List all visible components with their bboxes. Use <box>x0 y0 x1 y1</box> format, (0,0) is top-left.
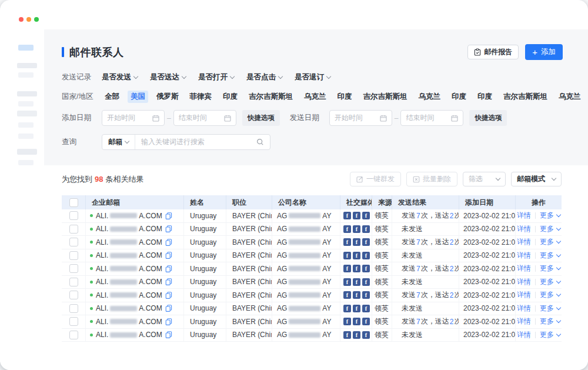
row-checkbox[interactable] <box>69 264 78 273</box>
sidebar-item[interactable] <box>17 149 37 155</box>
row-checkbox[interactable] <box>69 317 78 326</box>
bulk-send-button[interactable]: 一键群发 <box>350 172 401 186</box>
row-checkbox[interactable] <box>69 251 78 260</box>
facebook-icon[interactable]: f <box>362 252 370 259</box>
detail-link[interactable]: 详情 <box>517 251 531 261</box>
add-date-start-input[interactable]: 开始时间 <box>102 110 165 126</box>
facebook-icon[interactable]: f <box>362 305 370 312</box>
row-checkbox[interactable] <box>69 304 78 313</box>
close-window-icon[interactable] <box>19 17 24 22</box>
bulk-delete-button[interactable]: 批量删除 <box>406 172 457 186</box>
detail-link[interactable]: 详情 <box>517 290 531 300</box>
detail-link[interactable]: 详情 <box>517 316 531 326</box>
copy-icon[interactable] <box>165 252 172 259</box>
detail-link[interactable]: 详情 <box>517 211 531 221</box>
sidebar-item[interactable] <box>18 101 34 106</box>
country-option[interactable]: 吉尔吉斯斯坦 <box>360 91 410 103</box>
country-option[interactable]: 乌克兰 <box>301 91 329 103</box>
detail-link[interactable]: 详情 <box>517 304 531 314</box>
sidebar-item[interactable] <box>18 160 34 165</box>
email-report-button[interactable]: 邮件报告 <box>467 45 519 59</box>
copy-icon[interactable] <box>165 292 172 299</box>
more-link[interactable]: 更多 <box>540 211 560 221</box>
search-input[interactable]: 输入关键词进行搜索 <box>135 137 270 147</box>
more-link[interactable]: 更多 <box>540 290 560 300</box>
row-checkbox[interactable] <box>69 211 78 220</box>
sidebar-item[interactable] <box>17 91 37 96</box>
more-link[interactable]: 更多 <box>540 330 560 340</box>
minimize-window-icon[interactable] <box>26 17 31 22</box>
country-option[interactable]: 吉尔吉斯斯坦 <box>246 91 296 103</box>
send-filter-dropdown[interactable]: 是否退订 <box>295 72 330 82</box>
add-button[interactable]: + 添加 <box>525 44 563 60</box>
country-option[interactable]: 乌克兰 <box>416 91 444 103</box>
facebook-icon[interactable]: f <box>362 318 370 325</box>
facebook-icon[interactable]: f <box>353 278 360 286</box>
facebook-icon[interactable]: f <box>353 291 360 299</box>
facebook-icon[interactable]: f <box>343 331 351 339</box>
facebook-icon[interactable]: f <box>353 238 360 246</box>
country-option[interactable]: 印度 <box>335 91 355 103</box>
row-checkbox[interactable] <box>69 278 78 286</box>
facebook-icon[interactable]: f <box>362 238 370 246</box>
add-date-quick-options-button[interactable]: 快捷选项 <box>242 110 280 126</box>
copy-icon[interactable] <box>165 212 172 219</box>
detail-link[interactable]: 详情 <box>517 330 531 340</box>
detail-link[interactable]: 详情 <box>517 237 531 247</box>
more-link[interactable]: 更多 <box>540 277 560 287</box>
filter-select[interactable]: 筛选 <box>463 172 506 186</box>
detail-link[interactable]: 详情 <box>517 264 531 274</box>
row-checkbox[interactable] <box>69 291 78 299</box>
country-option[interactable]: 吉尔吉斯斯坦 <box>500 91 550 103</box>
send-date-end-input[interactable]: 结束时间 <box>400 110 463 126</box>
select-all-checkbox[interactable] <box>69 198 78 207</box>
send-filter-dropdown[interactable]: 是否发送 <box>102 72 138 82</box>
country-option[interactable]: 菲律宾 <box>187 91 215 103</box>
more-link[interactable]: 更多 <box>540 237 560 247</box>
facebook-icon[interactable]: f <box>362 291 370 299</box>
facebook-icon[interactable]: f <box>343 252 351 259</box>
facebook-icon[interactable]: f <box>362 225 370 233</box>
facebook-icon[interactable]: f <box>353 225 360 233</box>
query-type-select[interactable]: 邮箱 <box>102 135 135 149</box>
sidebar-item[interactable] <box>18 122 34 128</box>
facebook-icon[interactable]: f <box>343 278 351 286</box>
copy-icon[interactable] <box>165 239 172 246</box>
add-date-end-input[interactable]: 结束时间 <box>173 110 236 126</box>
more-link[interactable]: 更多 <box>540 264 560 274</box>
more-link[interactable]: 更多 <box>540 251 560 261</box>
country-option[interactable]: 印度 <box>220 91 240 103</box>
more-link[interactable]: 更多 <box>540 224 560 234</box>
facebook-icon[interactable]: f <box>343 305 351 312</box>
detail-link[interactable]: 详情 <box>517 277 531 287</box>
copy-icon[interactable] <box>165 318 172 325</box>
country-option[interactable]: 全部 <box>102 91 122 103</box>
send-date-start-input[interactable]: 开始时间 <box>329 110 392 126</box>
facebook-icon[interactable]: f <box>353 212 360 219</box>
country-option[interactable]: 美国 <box>128 91 148 103</box>
country-option[interactable]: 俄罗斯 <box>153 91 182 103</box>
facebook-icon[interactable]: f <box>353 252 360 259</box>
copy-icon[interactable] <box>165 331 172 338</box>
send-filter-dropdown[interactable]: 是否点击 <box>246 72 282 82</box>
facebook-icon[interactable]: f <box>343 318 351 325</box>
sidebar-item[interactable] <box>18 72 34 78</box>
facebook-icon[interactable]: f <box>353 305 360 312</box>
sidebar-item[interactable] <box>18 134 34 139</box>
country-option[interactable]: 印度 <box>449 91 469 103</box>
facebook-icon[interactable]: f <box>343 212 351 219</box>
send-filter-dropdown[interactable]: 是否送达 <box>150 72 186 82</box>
sidebar-item[interactable] <box>17 111 37 116</box>
mailbox-mode-select[interactable]: 邮箱模式 <box>511 172 562 186</box>
facebook-icon[interactable]: f <box>343 291 351 299</box>
country-option[interactable]: 印度 <box>475 91 495 103</box>
facebook-icon[interactable]: f <box>362 331 370 339</box>
sidebar-item-active[interactable] <box>18 45 34 51</box>
facebook-icon[interactable]: f <box>343 238 351 246</box>
copy-icon[interactable] <box>165 225 172 232</box>
send-filter-dropdown[interactable]: 是否打开 <box>198 72 234 82</box>
send-date-quick-options-button[interactable]: 快捷选项 <box>469 110 507 126</box>
detail-link[interactable]: 详情 <box>517 224 531 234</box>
row-checkbox[interactable] <box>69 331 78 339</box>
facebook-icon[interactable]: f <box>353 331 360 339</box>
